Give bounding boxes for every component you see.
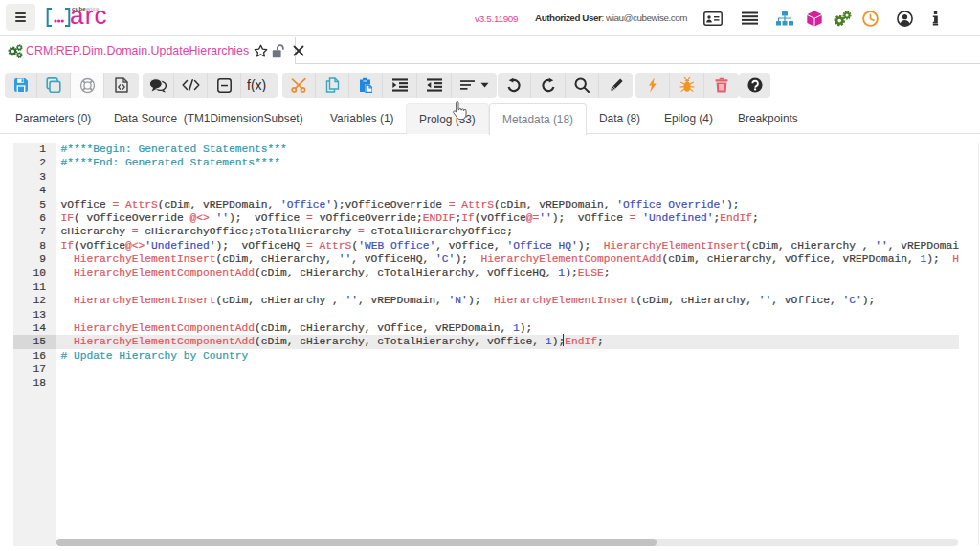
svg-text:f(x): f(x): [247, 78, 266, 92]
